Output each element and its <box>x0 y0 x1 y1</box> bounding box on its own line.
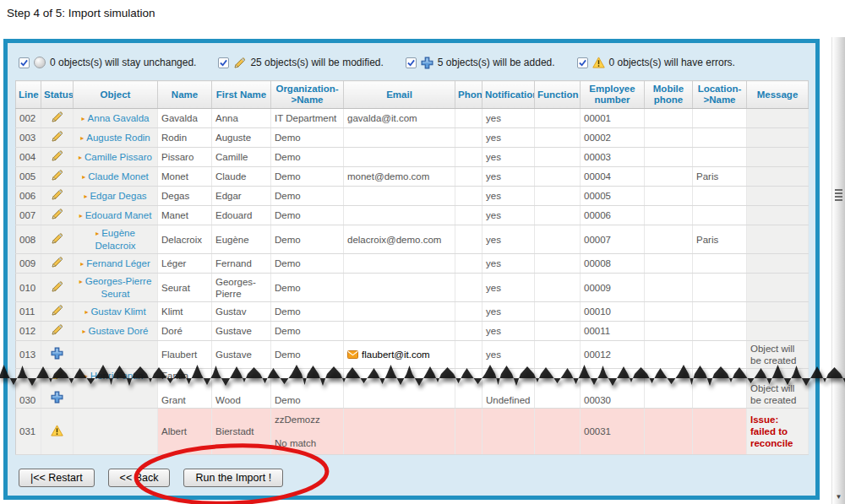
object-link[interactable]: Auguste Rodin <box>86 133 150 143</box>
cell-phone <box>455 187 482 206</box>
object-link[interactable]: Georges-Pierre Seurat <box>85 276 152 299</box>
object-link[interactable]: Henri Fantin- <box>90 371 146 379</box>
cell-status <box>41 109 74 128</box>
object-link[interactable]: Fernand Léger <box>86 258 150 268</box>
cell-notification: yes <box>482 274 535 302</box>
table-row: ▸Henri Fantin-Fantin <box>16 369 809 380</box>
object-link[interactable]: Camille Pissaro <box>84 152 152 162</box>
cell-message <box>747 206 809 225</box>
object-link[interactable]: Claude Monet <box>88 171 149 182</box>
cell-notification <box>482 369 535 380</box>
cell-notification: Undefined <box>482 379 535 409</box>
cell-employee-number: 00003 <box>581 148 645 167</box>
summary-text-unchanged: 0 objects(s) will stay unchanged. <box>50 57 196 68</box>
cell-email: monet@demo.com <box>344 167 455 187</box>
cell-object: ▸Edouard Manet <box>74 206 158 225</box>
cell-object <box>74 409 158 455</box>
cell-first-name: Gustav <box>212 302 271 322</box>
column-header: Mobile phone <box>645 81 693 109</box>
cell-function <box>535 167 581 187</box>
cell-function <box>535 206 581 225</box>
cell-status <box>41 302 74 322</box>
cell-email <box>344 254 455 274</box>
cell-phone <box>455 302 482 322</box>
pencil-icon <box>51 308 63 318</box>
cell-first-name: Auguste <box>212 128 271 148</box>
summary-text-added: 5 objects(s) will be added. <box>438 57 555 68</box>
cell-first-name: Gustave <box>212 322 271 341</box>
object-link[interactable]: Anna Gavalda <box>88 113 150 123</box>
run-import-button[interactable]: Run the Import ! <box>183 469 283 487</box>
orange-bullet-icon: ▸ <box>84 372 88 379</box>
object-link[interactable]: Edgar Degas <box>90 191 146 201</box>
cell-line: 005 <box>16 167 41 187</box>
cell-email <box>344 148 455 167</box>
cell-message <box>747 302 809 322</box>
pencil-icon <box>51 285 63 295</box>
cell-phone <box>455 109 482 128</box>
summary-checkbox-modified[interactable] <box>218 57 229 68</box>
pencil-icon <box>51 192 63 203</box>
scrollbar-down-arrow-icon[interactable]: ▼ <box>832 494 845 501</box>
cell-message <box>747 187 809 206</box>
table-row: 013FlaubertGustaveDemoflaubert@it.comyes… <box>16 341 809 369</box>
cell-first-name: Camille <box>212 148 271 167</box>
object-link[interactable]: Edouard Manet <box>85 210 152 220</box>
cell-first-name: Claude <box>212 167 271 187</box>
summary-checkbox-added[interactable] <box>406 57 417 68</box>
table-header-row: LineStatusObjectNameFirst NameOrganizati… <box>16 81 809 109</box>
cell-notification: yes <box>482 148 535 167</box>
orange-bullet-icon: ▸ <box>79 278 83 285</box>
summary-checkbox-errors[interactable] <box>577 57 588 68</box>
cell-status <box>41 409 74 455</box>
object-link[interactable]: Eugène Delacroix <box>95 228 136 251</box>
table-row: 031AlbertBierstadtzzDemozz No match00031… <box>16 409 809 455</box>
summary-text-modified: 25 objects(s) will be modified. <box>250 57 383 68</box>
cell-mobile-phone <box>645 254 693 274</box>
back-button[interactable]: << Back <box>108 469 171 487</box>
cell-email <box>344 302 455 322</box>
cell-message <box>747 167 809 187</box>
cell-email <box>344 379 455 409</box>
cell-status <box>41 322 74 341</box>
cell-email <box>344 409 455 455</box>
page-scrollbar[interactable]: ▼ <box>831 37 845 504</box>
scrollbar-grip[interactable] <box>835 189 842 201</box>
cell-mobile-phone <box>645 148 693 167</box>
restart-button[interactable]: |<< Restart <box>19 469 95 487</box>
cell-org <box>271 369 344 380</box>
summary-item-added: 5 objects(s) will be added. <box>406 57 555 69</box>
cell-location <box>693 187 747 206</box>
cell-mobile-phone <box>645 128 693 148</box>
orange-bullet-icon: ▸ <box>95 230 99 237</box>
table-row: 006▸Edgar DegasDegasEdgarDemoyes00005 <box>16 187 809 206</box>
cell-location <box>693 341 747 369</box>
cell-notification: yes <box>482 322 535 341</box>
column-header: Organization->Name <box>271 81 344 109</box>
cell-object: ▸Georges-Pierre Seurat <box>74 274 158 302</box>
pencil-icon <box>51 212 63 222</box>
cell-mobile-phone <box>645 302 693 322</box>
column-header: Employee number <box>581 81 645 109</box>
footer-button-bar: |<< Restart<< BackRun the Import ! <box>19 469 808 487</box>
cell-status <box>41 225 74 254</box>
object-link[interactable]: Gustav Klimt <box>90 306 145 317</box>
cell-line: 003 <box>16 128 41 148</box>
table-row: 010▸Georges-Pierre SeuratSeuratGeorges-P… <box>16 274 809 302</box>
column-header: First Name <box>212 81 271 109</box>
cell-notification: yes <box>482 206 535 225</box>
cell-employee-number: 00002 <box>581 128 645 148</box>
cell-name: Albert <box>158 409 212 455</box>
summary-checkbox-unchanged[interactable] <box>19 57 30 68</box>
column-header: Object <box>74 81 158 109</box>
plus-icon <box>51 395 63 405</box>
cell-email <box>344 187 455 206</box>
cell-line: 006 <box>16 187 41 206</box>
cell-employee-number: 00031 <box>581 409 645 455</box>
cell-function <box>535 187 581 206</box>
cell-notification: yes <box>482 167 535 187</box>
cell-employee-number: 00012 <box>581 341 645 369</box>
table-row: 008▸Eugène DelacroixDelacroixEugèneDemod… <box>16 225 809 254</box>
table-row: 007▸Edouard ManetManetEdouardDemoyes0000… <box>16 206 809 225</box>
object-link[interactable]: Gustave Doré <box>89 326 149 336</box>
